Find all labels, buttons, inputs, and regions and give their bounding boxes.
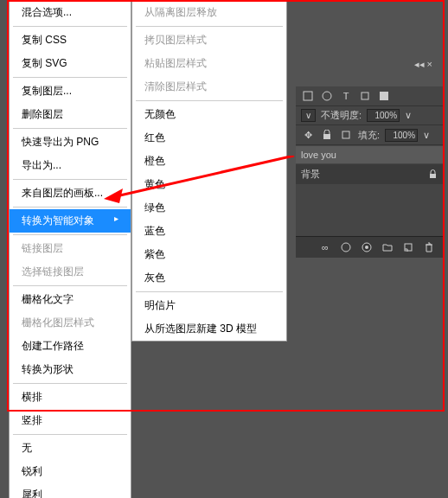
menu-paste-layer-style: 粘贴图层样式 [132,52,286,75]
menu-release-isolation: 从隔离图层释放 [132,1,286,24]
menu-rasterize-type[interactable]: 栅格化文字 [10,288,131,311]
folder-icon[interactable] [381,240,394,254]
lock-all-icon[interactable] [320,128,334,142]
menu-clear-layer-style: 清除图层样式 [132,75,286,99]
opacity-value[interactable]: 100% [367,109,400,122]
filter-shape-icon[interactable] [358,89,372,103]
menu-aa-crisp[interactable]: 犀利 [10,483,131,498]
lock-fill-row: ✥ 填充: 100% ∨ [296,125,443,145]
menu-color-purple[interactable]: 紫色 [132,243,286,266]
fill-chevron-icon[interactable]: ∨ [423,130,430,141]
opacity-row: ∨ 不透明度: 100% ∨ [296,106,443,125]
svg-point-9 [365,246,368,249]
fill-value[interactable]: 100% [385,129,418,142]
layer-type-icons: T [296,86,443,106]
menu-color-red[interactable]: 红色 [132,126,286,150]
menu-horizontal[interactable]: 横排 [10,386,131,409]
menu-convert-shape[interactable]: 转换为形状 [10,358,131,381]
menu-rasterize-style: 栅格化图层样式 [10,311,131,335]
context-menu-right: 从隔离图层释放 拷贝图层样式 粘贴图层样式 清除图层样式 无颜色 红色 橙色 黄… [131,0,287,342]
menu-export-as[interactable]: 导出为... [10,154,131,177]
opacity-label: 不透明度: [321,109,362,122]
filter-adjust-icon[interactable] [320,89,334,103]
menu-color-green[interactable]: 绿色 [132,196,286,220]
layer-row[interactable]: love you [296,146,443,163]
filter-smart-icon[interactable] [377,89,391,103]
mask-icon[interactable] [360,240,374,254]
menu-color-blue[interactable]: 蓝色 [132,220,286,243]
link-layers-icon[interactable]: ∞ [318,240,332,254]
svg-rect-3 [380,92,388,100]
svg-rect-0 [304,92,312,100]
layer-name: 背景 [301,168,320,181]
menu-copy-svg[interactable]: 复制 SVG [10,52,131,75]
menu-delete-layer[interactable]: 删除图层 [10,103,131,126]
new-layer-icon[interactable] [401,240,415,254]
menu-color-none[interactable]: 无颜色 [132,103,286,126]
svg-rect-2 [362,93,368,99]
filter-pixel-icon[interactable] [301,89,315,103]
svg-point-1 [323,92,331,100]
menu-create-work-path[interactable]: 创建工作路径 [10,335,131,358]
menu-duplicate-layer[interactable]: 复制图层... [10,80,131,103]
lock-move-icon[interactable]: ✥ [301,128,315,142]
fx-icon[interactable] [339,240,353,254]
fill-label: 填充: [358,129,380,142]
svg-rect-4 [323,134,330,139]
menu-vertical[interactable]: 竖排 [10,409,131,432]
menu-postcard[interactable]: 明信片 [132,294,286,317]
context-menu-left: 混合选项... 复制 CSS 复制 SVG 复制图层... 删除图层 快速导出为… [9,0,131,498]
svg-rect-6 [430,174,436,178]
opacity-chevron-icon[interactable]: ∨ [405,110,412,121]
svg-rect-5 [342,131,349,138]
svg-rect-10 [405,244,412,251]
layer-name: love you [301,150,336,160]
svg-point-7 [342,243,350,252]
layers-panel: T ∨ 不透明度: 100% ∨ ✥ 填充: 100% ∨ love you 背… [296,86,443,258]
lock-artboard-icon[interactable] [339,128,353,142]
menu-select-linked: 选择链接图层 [10,260,131,284]
menu-aa-sharp[interactable]: 锐利 [10,460,131,483]
trash-icon[interactable] [422,240,436,254]
menu-convert-smart-object[interactable]: 转换为智能对象 [10,209,131,233]
layer-row[interactable]: 背景 [296,164,443,184]
filter-type-icon[interactable]: T [339,89,353,103]
menu-copy-css[interactable]: 复制 CSS [10,29,131,52]
menu-aa-none[interactable]: 无 [10,437,131,460]
menu-artboard-from-layers[interactable]: 来自图层的画板... [10,182,131,205]
menu-blending-options[interactable]: 混合选项... [10,1,131,24]
blend-mode-dropdown[interactable]: ∨ [301,109,316,122]
menu-color-gray[interactable]: 灰色 [132,266,286,290]
layer-panel-footer: ∞ [296,236,443,258]
menu-copy-layer-style: 拷贝图层样式 [132,29,286,52]
menu-color-orange[interactable]: 橙色 [132,150,286,173]
lock-icon [428,169,438,179]
menu-link-layers: 链接图层 [10,237,131,260]
panel-tab-close[interactable]: ◂◂ × [414,59,433,70]
menu-quick-export-png[interactable]: 快速导出为 PNG [10,131,131,154]
menu-new-3d-model[interactable]: 从所选图层新建 3D 模型 [132,317,286,341]
menu-color-yellow[interactable]: 黄色 [132,173,286,196]
